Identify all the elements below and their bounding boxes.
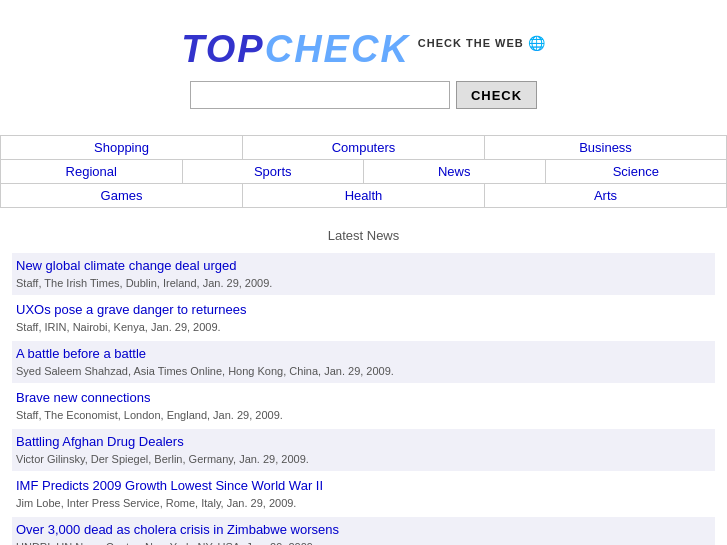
nav-cell-news[interactable]: News: [363, 160, 545, 183]
nav-section: Shopping Computers Business Regional Spo…: [0, 135, 727, 208]
nav-link-arts[interactable]: Arts: [594, 188, 617, 203]
news-link[interactable]: Over 3,000 dead as cholera crisis in Zim…: [16, 522, 711, 537]
nav-cell-arts[interactable]: Arts: [484, 184, 727, 207]
nav-link-news[interactable]: News: [438, 164, 471, 179]
news-item: A battle before a battle Syed Saleem Sha…: [12, 341, 715, 383]
nav-cell-sports[interactable]: Sports: [182, 160, 364, 183]
nav-link-business[interactable]: Business: [579, 140, 632, 155]
news-item: IMF Predicts 2009 Growth Lowest Since Wo…: [12, 473, 715, 515]
news-item: Over 3,000 dead as cholera crisis in Zim…: [12, 517, 715, 545]
nav-link-shopping[interactable]: Shopping: [94, 140, 149, 155]
check-button[interactable]: CHECK: [456, 81, 537, 109]
nav-row-1: Shopping Computers Business: [0, 135, 727, 159]
news-meta: Staff, The Economist, London, England, J…: [16, 409, 283, 421]
nav-link-games[interactable]: Games: [101, 188, 143, 203]
news-item: Brave new connections Staff, The Economi…: [12, 385, 715, 427]
nav-cell-shopping[interactable]: Shopping: [0, 136, 242, 159]
news-link[interactable]: A battle before a battle: [16, 346, 711, 361]
news-section-title: Latest News: [12, 228, 715, 243]
tagline-area: CHECK THE WEB 🌐: [418, 35, 546, 51]
news-meta: Syed Saleem Shahzad, Asia Times Online, …: [16, 365, 394, 377]
news-meta: UNDPI, UN News Centre, New York, NY, USA…: [16, 541, 316, 545]
nav-cell-business[interactable]: Business: [484, 136, 727, 159]
news-item: UXOs pose a grave danger to returnees St…: [12, 297, 715, 339]
nav-link-health[interactable]: Health: [345, 188, 383, 203]
nav-row-2: Regional Sports News Science: [0, 159, 727, 183]
news-link[interactable]: Brave new connections: [16, 390, 711, 405]
news-link[interactable]: UXOs pose a grave danger to returnees: [16, 302, 711, 317]
search-bar: CHECK: [0, 81, 727, 109]
news-link[interactable]: New global climate change deal urged: [16, 258, 711, 273]
nav-link-science[interactable]: Science: [613, 164, 659, 179]
nav-link-computers[interactable]: Computers: [332, 140, 396, 155]
logo-check: CHECK: [265, 28, 410, 70]
news-item: New global climate change deal urged Sta…: [12, 253, 715, 295]
news-link[interactable]: IMF Predicts 2009 Growth Lowest Since Wo…: [16, 478, 711, 493]
nav-cell-science[interactable]: Science: [545, 160, 728, 183]
search-input[interactable]: [190, 81, 450, 109]
news-meta: Staff, IRIN, Nairobi, Kenya, Jan. 29, 20…: [16, 321, 221, 333]
news-meta: Jim Lobe, Inter Press Service, Rome, Ita…: [16, 497, 296, 509]
logo-area: TOPCHECK CHECK THE WEB 🌐: [0, 28, 727, 71]
latest-news-section: Latest News New global climate change de…: [0, 228, 727, 545]
nav-cell-computers[interactable]: Computers: [242, 136, 484, 159]
logo-top: TOP: [181, 28, 264, 70]
header: TOPCHECK CHECK THE WEB 🌐 CHECK: [0, 0, 727, 135]
nav-cell-health[interactable]: Health: [242, 184, 484, 207]
news-meta: Staff, The Irish Times, Dublin, Ireland,…: [16, 277, 272, 289]
nav-link-sports[interactable]: Sports: [254, 164, 292, 179]
news-list: New global climate change deal urged Sta…: [12, 253, 715, 545]
logo: TOPCHECK: [181, 28, 410, 71]
news-item: Battling Afghan Drug Dealers Victor Gili…: [12, 429, 715, 471]
tagline-text: CHECK THE WEB: [418, 37, 524, 49]
nav-link-regional[interactable]: Regional: [66, 164, 117, 179]
news-link[interactable]: Battling Afghan Drug Dealers: [16, 434, 711, 449]
nav-cell-games[interactable]: Games: [0, 184, 242, 207]
nav-cell-regional[interactable]: Regional: [0, 160, 182, 183]
nav-row-3: Games Health Arts: [0, 183, 727, 208]
globe-icon: 🌐: [528, 35, 546, 51]
news-meta: Victor Gilinsky, Der Spiegel, Berlin, Ge…: [16, 453, 309, 465]
